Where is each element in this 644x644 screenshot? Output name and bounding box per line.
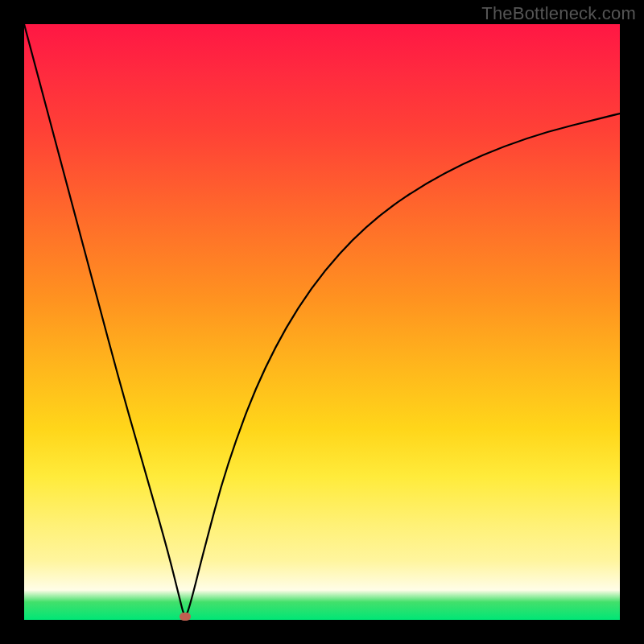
minimum-marker-icon — [180, 613, 191, 621]
watermark-text: TheBottleneck.com — [481, 3, 636, 24]
curve-path — [24, 24, 620, 615]
chart-container: TheBottleneck.com — [0, 0, 644, 644]
bottleneck-curve — [24, 24, 620, 620]
plot-area — [24, 24, 620, 620]
